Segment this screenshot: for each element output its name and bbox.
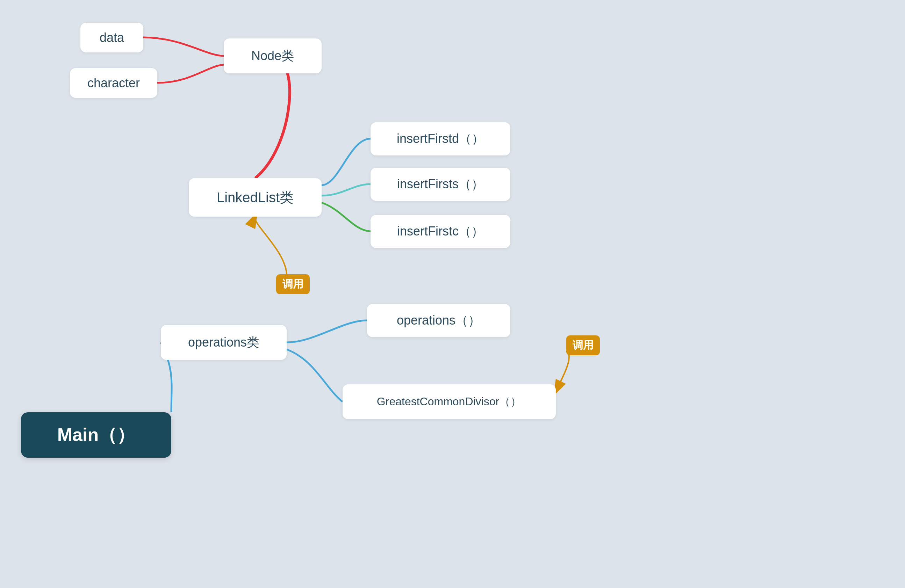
operations-class-box: operations类 xyxy=(161,325,287,360)
insertfirsts-box: insertFirsts（） xyxy=(370,168,510,201)
main-node: Main（） xyxy=(21,412,171,458)
insertfirstd-box: insertFirstd（） xyxy=(370,122,510,155)
invoke-badge-1: 调用 xyxy=(276,274,310,294)
operations-method-box: operations（） xyxy=(367,304,510,337)
linkedlist-class-box: LinkedList类 xyxy=(189,178,322,217)
gcd-box: GreatestCommonDivisor（） xyxy=(343,384,556,419)
insertfirstc-box: insertFirstc（） xyxy=(370,215,510,248)
invoke-badge-2: 调用 xyxy=(566,335,600,355)
character-node: character xyxy=(70,68,157,98)
data-node: data xyxy=(80,23,143,52)
node-class-box: Node类 xyxy=(224,38,322,73)
